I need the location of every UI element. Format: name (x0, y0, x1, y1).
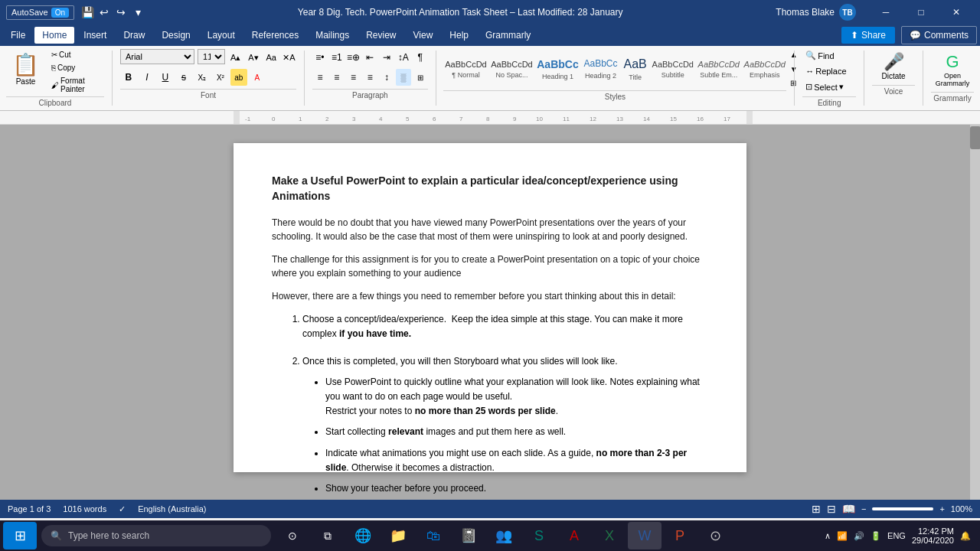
comments-button[interactable]: 💬 Comments (901, 26, 977, 44)
bullet-list-button[interactable]: ≡• (312, 49, 328, 66)
style-subtle-em[interactable]: AaBbCcDd Subtle Em... (697, 49, 741, 89)
menu-draw[interactable]: Draw (116, 27, 152, 44)
align-left-button[interactable]: ≡ (312, 69, 328, 86)
redo-icon[interactable]: ↪ (114, 5, 128, 19)
divider5 (864, 51, 864, 106)
taskbar-battery[interactable]: 🔋 (871, 531, 881, 541)
subscript-button[interactable]: X₂ (194, 69, 211, 86)
taskbar-store[interactable]: 🛍 (416, 522, 450, 549)
taskbar-notification[interactable]: 🔔 (960, 531, 971, 541)
menu-insert[interactable]: Insert (76, 27, 114, 44)
shading-button[interactable]: ░ (396, 69, 411, 86)
autosave-button[interactable]: AutoSave On (6, 5, 74, 20)
taskbar-powerpoint[interactable]: P (663, 522, 697, 549)
minimize-button[interactable]: ─ (868, 0, 903, 24)
taskbar-teams[interactable]: 👥 (487, 522, 521, 549)
zoom-out-icon[interactable]: − (861, 504, 866, 514)
sort-button[interactable]: ↕A (396, 49, 411, 66)
taskbar-network[interactable]: 📶 (837, 531, 848, 541)
align-center-button[interactable]: ≡ (329, 69, 345, 86)
grammarly-button[interactable]: G Open Grammarly (929, 49, 976, 90)
menu-view[interactable]: View (406, 27, 441, 44)
style-emphasis[interactable]: AaBbCcDd Emphasis (743, 49, 787, 89)
menu-help[interactable]: Help (442, 27, 476, 44)
more-icon[interactable]: ▾ (131, 5, 145, 19)
underline-button[interactable]: U (157, 69, 174, 86)
strikethrough-button[interactable]: s (175, 69, 192, 86)
bold-button[interactable]: B (120, 69, 137, 86)
dictate-button[interactable]: 🎤 Dictate (876, 49, 912, 83)
font-face-select[interactable]: Arial (120, 49, 194, 64)
taskbar-onenote[interactable]: 📓 (452, 522, 485, 549)
taskbar-volume[interactable]: 🔊 (854, 531, 864, 541)
show-marks-button[interactable]: ¶ (413, 49, 428, 66)
shrink-font-button[interactable]: A▾ (246, 49, 260, 66)
taskbar-word[interactable]: W (628, 522, 662, 549)
undo-icon[interactable]: ↩ (97, 5, 111, 19)
align-right-button[interactable]: ≡ (346, 69, 361, 86)
number-list-button[interactable]: ≡1 (329, 49, 345, 66)
style-heading2[interactable]: AaBbCc Heading 2 (581, 49, 619, 89)
zoom-in-icon[interactable]: + (939, 504, 944, 514)
clear-format-button[interactable]: ✕A (282, 49, 296, 66)
multilevel-list-button[interactable]: ≡⊕ (346, 49, 361, 66)
taskbar-sway[interactable]: S (522, 522, 556, 549)
taskbar-circle[interactable]: ⊙ (698, 522, 732, 549)
taskbar-clock[interactable]: 12:42 PM 29/04/2020 (912, 527, 954, 545)
view-web-icon[interactable]: ⊟ (827, 503, 836, 515)
menu-grammarly[interactable]: Grammarly (478, 27, 538, 44)
border-button[interactable]: ⊞ (413, 69, 428, 86)
style-normal[interactable]: AaBbCcDd ¶ Normal (443, 49, 488, 89)
view-read-icon[interactable]: 📖 (842, 503, 855, 515)
taskbar-excel[interactable]: X (593, 522, 626, 549)
menu-design[interactable]: Design (154, 27, 198, 44)
change-case-button[interactable]: Aa (264, 49, 279, 66)
start-button[interactable]: ⊞ (3, 522, 37, 549)
highlight-button[interactable]: ab (230, 69, 247, 86)
taskbar-acrobat[interactable]: A (557, 522, 591, 549)
copy-button[interactable]: ⎘ Copy (48, 62, 104, 73)
menu-layout[interactable]: Layout (200, 27, 243, 44)
menu-bar: File Home Insert Draw Design Layout Refe… (0, 24, 980, 46)
grow-font-button[interactable]: A▴ (228, 49, 243, 66)
scrollbar-thumb[interactable] (970, 126, 980, 149)
menu-home[interactable]: Home (34, 27, 74, 44)
close-button[interactable]: ✕ (939, 0, 974, 24)
decrease-indent-button[interactable]: ⇤ (362, 49, 377, 66)
save-icon[interactable]: 💾 (80, 5, 94, 19)
taskbar-cortana[interactable]: ⊙ (276, 522, 309, 549)
style-no-space[interactable]: AaBbCcDd No Spac... (489, 49, 534, 89)
line-spacing-button[interactable]: ↕ (379, 69, 394, 86)
menu-review[interactable]: Review (358, 27, 403, 44)
taskbar-task-view[interactable]: ⧉ (311, 522, 345, 549)
doc-scroll[interactable]: Make a Useful PowerPoint to explain a pa… (11, 125, 969, 500)
clipboard-label: Clipboard (6, 96, 104, 107)
share-button[interactable]: ⬆ Share (841, 27, 895, 44)
italic-button[interactable]: I (139, 69, 155, 86)
scrollbar[interactable] (969, 125, 980, 500)
font-size-select[interactable]: 11 (198, 49, 225, 64)
maximize-button[interactable]: □ (903, 0, 939, 24)
format-painter-button[interactable]: 🖌 Format Painter (48, 75, 104, 95)
increase-indent-button[interactable]: ⇥ (379, 49, 394, 66)
menu-mailings[interactable]: Mailings (308, 27, 357, 44)
style-subtitle[interactable]: AaBbCcDd Subtitle (651, 49, 695, 89)
menu-references[interactable]: References (244, 27, 306, 44)
justify-button[interactable]: ≡ (362, 69, 377, 86)
style-title[interactable]: AaB Title (622, 49, 649, 89)
taskbar-explorer[interactable]: 📁 (381, 522, 415, 549)
cut-button[interactable]: ✂ Cut (48, 49, 104, 60)
taskbar-search[interactable]: 🔍 Type here to search (41, 525, 271, 546)
font-color-button[interactable]: A (249, 69, 266, 86)
style-heading1[interactable]: AaBbCc Heading 1 (535, 49, 580, 89)
taskbar-edge[interactable]: 🌐 (346, 522, 380, 549)
zoom-slider[interactable] (872, 507, 933, 510)
replace-button[interactable]: ↔ Replace (802, 65, 856, 77)
menu-file[interactable]: File (3, 27, 33, 44)
select-button[interactable]: ⊡ Select ▾ (802, 80, 856, 93)
view-print-icon[interactable]: ⊞ (812, 503, 821, 515)
taskbar-chevron[interactable]: ∧ (825, 531, 831, 541)
paste-button[interactable]: 📋 Paste (6, 49, 45, 95)
superscript-button[interactable]: X² (212, 69, 229, 86)
find-button[interactable]: 🔍 Find (802, 49, 856, 62)
